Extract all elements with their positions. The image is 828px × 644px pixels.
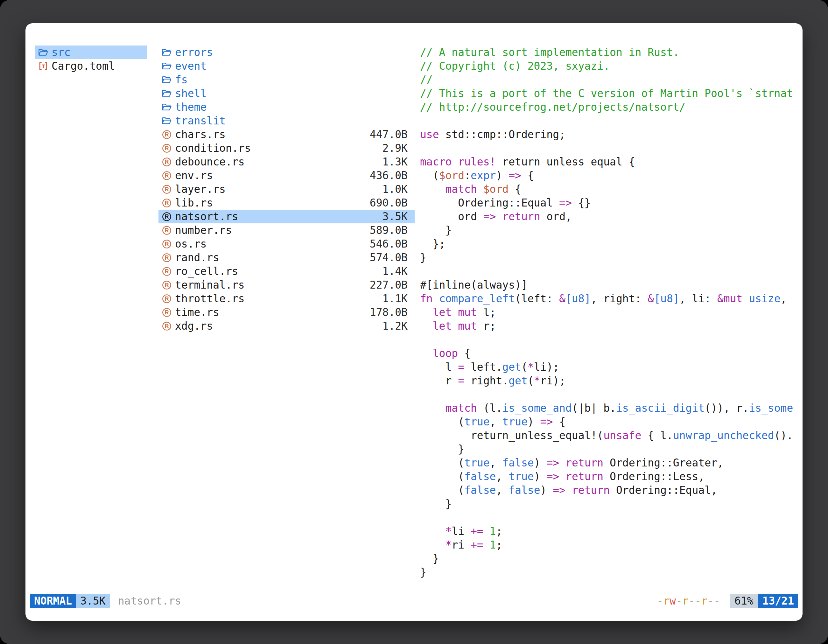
code-line: macro_rules! return_unless_equal { [420,155,799,169]
rust-icon [162,321,172,331]
item-label: src [52,45,71,59]
item-label: layer.rs [175,182,226,196]
folder-open-icon [162,47,172,58]
dir-item-src[interactable]: src [35,45,147,59]
item-size: 436.0B [370,169,408,182]
item-size: 1.2K [383,319,408,333]
item-label: throttle.rs [175,292,245,306]
file-item-condition.rs[interactable]: condition.rs2.9K [158,141,415,155]
file-item-chars.rs[interactable]: chars.rs447.0B [158,128,415,141]
item-label: env.rs [175,169,213,182]
item-size: 589.0B [370,223,408,237]
scroll-percent-chip: 61% [730,594,758,608]
rust-icon [162,253,172,263]
file-item-os.rs[interactable]: os.rs546.0B [158,237,415,251]
dir-item-translit[interactable]: translit [158,114,415,128]
file-item-layer.rs[interactable]: layer.rs1.0K [158,182,415,196]
item-size: 178.0B [370,306,408,319]
dir-item-event[interactable]: event [158,59,415,73]
code-line: // A natural sort implementation in Rust… [420,45,799,59]
folder-open-icon [162,116,172,126]
item-label: ro_cell.rs [175,265,238,278]
code-line: } [420,497,799,511]
mode-badge: NORMAL [30,594,76,608]
item-label: lib.rs [175,196,213,210]
code-line: // Copyright (c) 2023, sxyazi. [420,59,799,73]
item-label: number.rs [175,223,232,237]
item-size: 574.0B [370,251,408,265]
item-size: 1.4K [383,265,408,278]
code-line [420,265,799,278]
status-bar-right: -rw-r--r--61%13/21 [657,594,798,608]
file-item-throttle.rs[interactable]: throttle.rs1.1K [158,292,415,306]
file-item-number.rs[interactable]: number.rs589.0B [158,223,415,237]
rust-icon [162,143,172,154]
status-bar: NORMAL3.5Knatsort.rs -rw-r--r--61%13/21 [30,594,798,608]
rust-icon [162,294,172,304]
code-line: l = left.get(*li); [420,360,799,374]
code-line: *li += 1; [420,524,799,538]
file-item-time.rs[interactable]: time.rs178.0B [158,306,415,319]
item-size: 447.0B [370,128,408,141]
code-line: (false, false) => return Ordering::Equal… [420,483,799,497]
yazi-file-manager-window: srcCargo.toml errorseventfsshellthemetra… [25,23,803,621]
item-label: fs [175,73,188,86]
rust-icon [162,266,172,276]
file-item-lib.rs[interactable]: lib.rs690.0B [158,196,415,210]
dir-item-fs[interactable]: fs [158,73,415,86]
code-line: } [420,251,799,265]
preview-pane: // A natural sort implementation in Rust… [420,45,799,579]
item-label: debounce.rs [175,155,245,169]
dir-item-theme[interactable]: theme [158,100,415,114]
file-item-natsort.rs[interactable]: natsort.rs3.5K [158,210,415,223]
item-label: theme [175,100,207,114]
file-item-Cargo.toml[interactable]: Cargo.toml [35,59,147,73]
code-line [420,141,799,155]
code-line: // This is a port of the C version of Ma… [420,86,799,100]
item-label: Cargo.toml [52,59,115,73]
code-line: (false, true) => return Ordering::Less, [420,470,799,483]
code-line: (true, true) => { [420,415,799,429]
file-item-ro_cell.rs[interactable]: ro_cell.rs1.4K [158,265,415,278]
dir-item-errors[interactable]: errors [158,45,415,59]
code-line: return_unless_equal!(unsafe { l.unwrap_u… [420,429,799,442]
dir-item-shell[interactable]: shell [158,86,415,100]
parent-pane: srcCargo.toml [35,45,147,73]
item-size: 1.0K [383,182,408,196]
rust-icon [162,171,172,181]
rust-icon [162,239,172,249]
item-size: 3.5K [383,210,408,223]
code-line [420,114,799,128]
code-line: // http://sourcefrog.net/projects/natsor… [420,100,799,114]
item-label: natsort.rs [175,210,238,223]
code-line: ($ord:expr) => { [420,169,799,182]
file-item-xdg.rs[interactable]: xdg.rs1.2K [158,319,415,333]
code-line: // [420,73,799,86]
code-line: r = right.get(*ri); [420,374,799,387]
folder-open-icon [162,61,172,71]
code-line: ord => return ord, [420,210,799,223]
status-filename: natsort.rs [118,594,181,608]
item-label: errors [175,45,213,59]
item-label: event [175,59,207,73]
item-size: 2.9K [383,141,408,155]
cursor-position-badge: 13/21 [758,594,798,608]
item-size: 690.0B [370,196,408,210]
code-line: } [420,566,799,579]
file-item-env.rs[interactable]: env.rs436.0B [158,169,415,182]
file-size-chip: 3.5K [76,594,110,608]
code-line: } [420,442,799,456]
code-line: }; [420,237,799,251]
item-size: 546.0B [370,237,408,251]
code-line: } [420,552,799,566]
file-item-debounce.rs[interactable]: debounce.rs1.3K [158,155,415,169]
code-line: let mut r; [420,319,799,333]
code-line: } [420,223,799,237]
item-size: 227.0B [370,278,408,292]
code-line: fn compare_left(left: &[u8], right: &[u8… [420,292,799,306]
permissions-text: -rw-r--r-- [657,594,720,608]
code-line: (true, false) => return Ordering::Greate… [420,456,799,470]
code-line [420,333,799,346]
file-item-rand.rs[interactable]: rand.rs574.0B [158,251,415,265]
file-item-terminal.rs[interactable]: terminal.rs227.0B [158,278,415,292]
